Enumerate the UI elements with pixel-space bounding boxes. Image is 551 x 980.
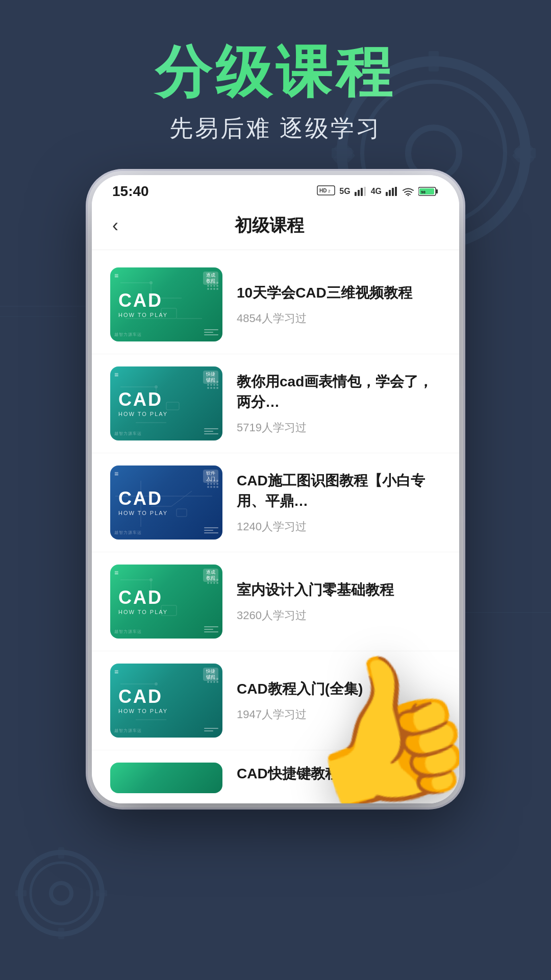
phone-mockup: 15:40 HD 2 5G 4G [92, 175, 459, 803]
nav-bar: ‹ 初级课程 [92, 204, 459, 250]
course-count: 1947人学习过 [237, 707, 441, 722]
svg-rect-48 [166, 402, 179, 410]
signal-4g: 4G [371, 187, 382, 196]
svg-rect-16 [15, 890, 27, 896]
nav-title: 初级课程 [129, 214, 410, 237]
wifi-icon [402, 187, 414, 196]
phone-container: 15:40 HD 2 5G 4G [0, 175, 551, 803]
dots-decoration [207, 282, 218, 290]
menu-icon: ≡ [114, 569, 118, 577]
svg-point-59 [155, 682, 158, 685]
course-title: CAD施工图识图教程【小白专用、平鼎… [237, 471, 441, 510]
svg-point-52 [139, 495, 142, 498]
svg-point-40 [149, 281, 153, 284]
svg-point-32 [408, 195, 409, 197]
lines-decoration [204, 329, 218, 335]
course-count: 4854人学习过 [237, 311, 441, 326]
course-info: CAD快捷键教程 [237, 764, 441, 792]
signal-bars [355, 187, 367, 196]
svg-rect-57 [161, 605, 177, 616]
dots-decoration [207, 678, 218, 683]
svg-text:98: 98 [421, 190, 425, 194]
signal-bars-2 [386, 187, 398, 196]
status-time: 15:40 [112, 183, 149, 200]
svg-rect-31 [395, 187, 397, 196]
list-item[interactable]: ≡ CAD HOW TO PLAY 逐成教程 [92, 552, 459, 651]
menu-icon: ≡ [114, 272, 118, 280]
svg-point-12 [31, 863, 92, 924]
course-info: 室内设计入门零基础教程 3260人学习过 [237, 580, 441, 623]
menu-icon: ≡ [114, 668, 118, 676]
svg-rect-14 [58, 928, 64, 939]
course-thumbnail: ≡ CAD HOW TO PLAY 逐成教程 [110, 565, 222, 639]
list-item[interactable]: ≡ CAD HOW TO PLAY 快捷键程 [92, 651, 459, 750]
course-title: 10天学会CAD三维视频教程 [237, 283, 441, 303]
course-title: 室内设计入门零基础教程 [237, 580, 441, 600]
list-item[interactable]: ≡ CAD HOW TO PLAY 软件入门 [92, 453, 459, 552]
svg-point-41 [149, 297, 153, 300]
svg-point-11 [20, 852, 102, 934]
menu-icon: ≡ [114, 371, 118, 379]
header-section: 分级课程 先易后难 逐级学习 [0, 0, 551, 165]
course-thumbnail: ≡ CAD HOW TO PLAY 软件入门 [110, 465, 222, 540]
svg-text:HD: HD [319, 188, 327, 193]
course-count: 1240人学习过 [237, 519, 441, 534]
svg-rect-15 [96, 890, 107, 896]
course-list: ≡ CAD HOW TO PLAY 逐成教程 [92, 250, 459, 803]
sub-title: 先易后难 逐级学习 [0, 113, 551, 144]
svg-point-56 [149, 578, 153, 581]
course-title: CAD快捷键教程 [237, 764, 441, 783]
svg-rect-13 [58, 847, 64, 859]
svg-rect-53 [177, 509, 187, 517]
course-info: CAD教程入门(全集) 1947人学习过 [237, 679, 441, 722]
svg-rect-27 [364, 187, 366, 196]
course-info: CAD施工图识图教程【小白专用、平鼎… 1240人学习过 [237, 471, 441, 534]
dots-decoration [207, 480, 218, 488]
lines-decoration [204, 626, 218, 632]
svg-point-17 [51, 883, 71, 903]
course-thumbnail: ≡ CAD HOW TO PLAY 快捷键程 [110, 664, 222, 738]
status-icons: HD 2 5G 4G [317, 185, 439, 198]
back-button[interactable]: ‹ [112, 215, 129, 236]
svg-rect-29 [389, 190, 391, 196]
svg-text:2: 2 [328, 189, 331, 193]
watermark: 越智力源车运 [114, 431, 142, 436]
svg-rect-30 [392, 188, 394, 196]
svg-point-47 [155, 385, 158, 388]
list-item[interactable]: ≡ CAD HOW TO PLAY 快捷键程 [92, 354, 459, 453]
dots-decoration [207, 381, 218, 389]
list-item[interactable]: ≡ CAD HOW TO PLAY 逐成教程 [92, 255, 459, 354]
svg-rect-28 [386, 192, 388, 196]
battery-icon: 98 [418, 186, 439, 197]
lines-decoration [204, 527, 218, 533]
svg-rect-24 [355, 192, 357, 196]
lines-decoration [204, 428, 218, 434]
menu-icon: ≡ [114, 470, 118, 478]
watermark: 越智力源车运 [114, 629, 142, 634]
svg-rect-25 [358, 190, 360, 196]
svg-rect-26 [361, 188, 363, 196]
course-thumbnail: ≡ CAD HOW TO PLAY 逐成教程 [110, 267, 222, 341]
watermark: 越智力源车运 [114, 728, 142, 733]
course-count: 3260人学习过 [237, 608, 441, 623]
lines-decoration [204, 728, 218, 731]
status-bar: 15:40 HD 2 5G 4G [92, 175, 459, 204]
course-info: 10天学会CAD三维视频教程 4854人学习过 [237, 283, 441, 326]
dots-decoration [207, 579, 218, 584]
main-title: 分级课程 [0, 41, 551, 103]
course-thumbnail: ≡ CAD HOW TO PLAY 快捷键程 [110, 366, 222, 440]
watermark: 越智力源车运 [114, 332, 142, 337]
svg-rect-42 [161, 308, 177, 318]
svg-rect-34 [436, 189, 438, 193]
course-title: 教你用cad画表情包，学会了，两分… [237, 372, 441, 411]
course-count: 5719人学习过 [237, 420, 441, 435]
course-thumbnail [110, 763, 222, 793]
signal-5g: 5G [339, 187, 350, 196]
list-item[interactable]: CAD快捷键教程 [92, 750, 459, 798]
hd-icon: HD 2 [317, 185, 335, 198]
watermark: 越智力源车运 [114, 530, 142, 535]
course-title: CAD教程入门(全集) [237, 679, 441, 699]
course-info: 教你用cad画表情包，学会了，两分… 5719人学习过 [237, 372, 441, 435]
